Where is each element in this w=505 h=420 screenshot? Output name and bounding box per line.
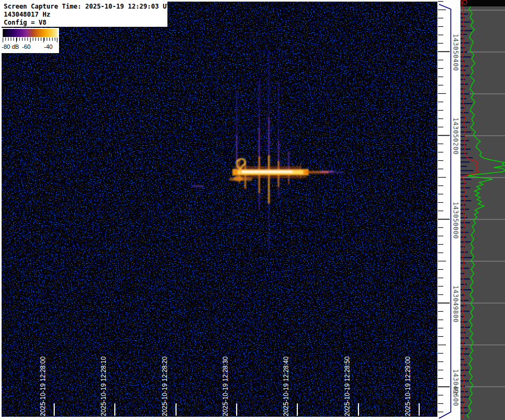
spectrum-history-bar <box>460 103 472 104</box>
freq-axis-label: 143050400 <box>452 34 459 71</box>
spectrum-history-bar <box>460 412 469 414</box>
spectrum-history-bar <box>460 407 467 408</box>
spectrum-history-bar <box>460 131 471 132</box>
legend-db-label: -40 <box>44 43 53 50</box>
spectrum-history-bar <box>460 42 469 43</box>
spectrum-history-bar <box>460 149 471 150</box>
spectrum-history-bar <box>460 26 466 27</box>
legend-major-tick <box>57 38 57 42</box>
time-axis-tick <box>175 403 177 416</box>
time-axis-label: 2025-10-19 12:29:00 <box>404 357 412 416</box>
legend-db-label: -60 <box>22 43 31 50</box>
spectrum-history-bar <box>460 75 472 76</box>
spectrum-history-bar <box>460 79 465 80</box>
spectrum-history-bar <box>460 153 467 154</box>
spectrum-history-bar <box>460 262 466 263</box>
spectrum-history-bar <box>460 144 466 145</box>
waterfall-display[interactable] <box>2 2 437 417</box>
color-gradient-bar <box>3 29 57 37</box>
time-axis-label: 2025-10-19 12:28:10 <box>100 357 107 416</box>
spectrum-history-bar <box>460 396 470 397</box>
spectrum-history-bar <box>460 34 467 35</box>
legend-major-tick <box>43 38 44 42</box>
spectrum-history-bar <box>460 56 471 57</box>
spectrum-history-bar <box>460 191 465 193</box>
capture-time-text: Screen Capture Time: 2025-10-19 12:29:03… <box>4 3 167 11</box>
echo-streak <box>328 172 345 173</box>
time-axis-tick <box>297 403 298 416</box>
spectrum-history-bar <box>460 241 471 242</box>
legend-major-tick <box>16 38 17 42</box>
amplitude-color-legend[interactable]: -80 dB-60-40 <box>1 28 59 53</box>
time-axis-label: 2025-10-19 12:28:20 <box>161 357 169 416</box>
freq-axis-unit: Hz <box>452 387 459 395</box>
spectrum-history-bar <box>460 300 469 301</box>
waterfall-noise <box>2 2 437 417</box>
spectrum-history-bar <box>460 13 468 14</box>
spectrum-history-bar <box>460 268 469 269</box>
spectrum-graph-panel[interactable] <box>460 0 505 420</box>
echo-streak <box>192 185 204 187</box>
spectrum-history-bar <box>460 327 471 328</box>
spectrum-history-bar <box>460 284 467 285</box>
time-axis-tick <box>114 403 115 416</box>
spectrum-history-bar <box>460 30 472 31</box>
freq-axis-line <box>439 4 451 418</box>
time-axis-tick <box>419 403 420 416</box>
legend-db-label: -80 dB <box>2 43 19 50</box>
time-axis-label: 2025-10-19 12:28:50 <box>343 357 351 416</box>
spectrum-history-bar <box>460 364 467 365</box>
capture-info-box: Screen Capture Time: 2025-10-19 12:29:03… <box>2 2 167 27</box>
spectrum-history-bar <box>460 89 465 90</box>
spectrum-lab-window: Screen Capture Time: 2025-10-19 12:29:03… <box>0 0 505 420</box>
time-axis-tick <box>236 403 237 416</box>
time-axis-tick <box>54 403 55 416</box>
spectrum-history-bar <box>460 112 469 113</box>
frequency-text: 143048017 Hz <box>4 11 167 19</box>
time-axis-label: 2025-10-19 12:28:40 <box>282 357 290 416</box>
spectrum-history-bar <box>460 246 465 247</box>
spectrum-history-bar <box>460 183 466 184</box>
spectrum-history-bar <box>460 217 467 218</box>
spectrum-history-bar <box>460 200 471 201</box>
spectrum-history-bar <box>460 353 470 355</box>
spectrum-history-bar <box>460 170 473 171</box>
spectrum-history-bar <box>460 311 470 312</box>
waterfall-canvas <box>2 2 437 417</box>
spectrum-history-bar <box>460 359 465 360</box>
spectrum-history-bar <box>460 278 470 279</box>
spectrum-history-bar <box>460 127 467 128</box>
legend-major-tick <box>3 38 3 42</box>
spectrum-history-bar <box>460 321 467 322</box>
spectrum-panel-top-band <box>460 0 505 6</box>
time-axis-label: 2025-10-19 12:28:30 <box>222 357 229 416</box>
spectrum-history-bar <box>460 122 470 123</box>
echo-streak <box>241 171 292 173</box>
spectrum-history-bar <box>460 305 466 306</box>
spectrum-history-bar <box>460 402 465 403</box>
spectrum-history-bar <box>460 21 470 23</box>
spectrum-history-bar <box>460 187 470 188</box>
spectrum-history-bar <box>460 179 471 180</box>
time-axis-label: 2025-10-19 12:28:00 <box>39 357 47 416</box>
spectrum-history-bar <box>460 65 469 67</box>
spectrum-graph-canvas <box>460 0 505 420</box>
spectrum-history-bar <box>460 289 471 290</box>
freq-axis-label: 143050000 <box>452 202 459 239</box>
freq-axis-label: 143050200 <box>452 117 459 155</box>
config-text: Config = V8 <box>4 19 167 27</box>
frequency-axis[interactable]: 1430504001430502001430500001430498001430… <box>437 0 460 420</box>
echo-streak <box>235 166 301 168</box>
spectrum-panel-background <box>460 0 505 420</box>
spectrum-history-bar <box>460 161 470 163</box>
legend-major-tick <box>30 38 31 42</box>
spectrum-history-bar <box>460 222 470 223</box>
time-axis-tick <box>358 403 359 416</box>
echo-head-blob <box>233 176 243 181</box>
spectrum-history-bar <box>460 166 467 167</box>
freq-axis-label: 143049800 <box>452 285 459 323</box>
spectrum-history-bar <box>460 93 470 94</box>
